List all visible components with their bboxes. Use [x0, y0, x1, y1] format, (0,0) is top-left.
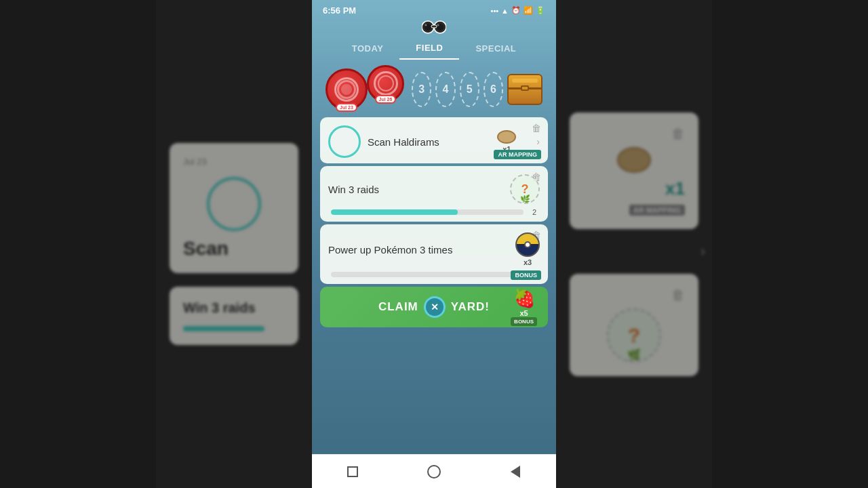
powerup-bar-bg	[331, 272, 524, 277]
stamp-2-inner	[378, 75, 394, 92]
ar-mapping-icon	[497, 130, 516, 144]
left-bar	[183, 326, 264, 331]
stamp-1-center	[341, 84, 352, 95]
claim-card[interactable]: CLAIM ✕ YARD! 🍓 x5 BONUS	[320, 287, 548, 327]
binoculars-icon	[422, 18, 446, 35]
chest-icon	[507, 74, 542, 105]
right-mystery-trash: 🗑	[671, 287, 685, 303]
status-bar: 6:56 PM ••• ▲ ⏰ 📶 🔋	[312, 0, 556, 18]
task-scan-badge: AR MAPPING	[494, 150, 541, 159]
right-panel: 🗑 x1 AR MAPPING › 🗑 ? 🌿	[556, 0, 712, 488]
raspberry-icon: 🍓	[513, 288, 535, 309]
stamp-1-date: Jul 23	[336, 103, 357, 112]
tab-today[interactable]: TODAY	[336, 38, 400, 59]
stamps-row: Jul 23 Jul 26 3 4 5 6	[312, 65, 556, 117]
binoculars-area	[312, 18, 556, 37]
raids-bar-bg	[331, 209, 524, 215]
slot-5: 5	[460, 72, 479, 107]
task-raids-progress: 2	[328, 208, 540, 216]
left-date-label: Jul 23	[183, 157, 285, 167]
right-chevron-area: ›	[701, 243, 705, 260]
nav-home-button[interactable]	[426, 464, 442, 480]
stamp-1-inner	[337, 80, 356, 99]
phone-screen: 6:56 PM ••• ▲ ⏰ 📶 🔋 TODAY FIELD SPECIAL	[312, 0, 556, 488]
right-mystery-container: ? 🌿	[607, 308, 661, 363]
right-mystery-circle: ? 🌿	[607, 308, 661, 363]
task-scan-chevron[interactable]: ›	[536, 136, 540, 147]
chest-latch	[521, 85, 529, 91]
task-powerup-top: Power up Pokémon 3 times x3	[328, 232, 540, 266]
task-scan-icon	[328, 125, 361, 158]
chest-container	[507, 74, 542, 105]
task-powerup-count: x3	[524, 258, 532, 266]
svg-point-2	[425, 24, 427, 26]
task-powerup-reward: x3	[515, 232, 540, 266]
tab-field[interactable]: FIELD	[399, 37, 459, 60]
left-circle-decoration	[207, 177, 261, 231]
svg-point-5	[437, 24, 439, 26]
right-ar-count: x1	[665, 178, 685, 199]
raids-count: 2	[529, 208, 540, 216]
square-icon	[347, 466, 358, 477]
mystery-circle: ? 🌿	[510, 174, 540, 204]
task-powerup-progress: 0	[328, 270, 540, 279]
task-powerup-name: Power up Pokémon 3 times	[328, 244, 509, 256]
slot-3: 3	[412, 72, 431, 107]
raspberry-count: x5	[519, 309, 528, 317]
left-win-text: Win 3 raids	[183, 300, 285, 316]
status-time: 6:56 PM	[323, 5, 356, 16]
raspberry-reward: 🍓 x5 BONUS	[511, 288, 537, 326]
chest-highlight	[512, 79, 538, 83]
circle-icon	[427, 465, 441, 479]
right-chevron-icon: ›	[701, 243, 705, 260]
signal-dots: •••	[491, 7, 499, 15]
task-powerup-badge: BONUS	[511, 270, 541, 280]
right-mystery-card: 🗑 ? 🌿	[570, 274, 698, 376]
claim-label-right: YARD!	[451, 300, 490, 314]
battery-icon: 🔋	[536, 6, 545, 15]
slot-4: 4	[435, 72, 455, 107]
pokeball-reward-icon	[515, 232, 540, 257]
question-mark: ?	[521, 182, 529, 197]
nav-square-button[interactable]	[344, 464, 361, 480]
task-scan-delete[interactable]: 🗑	[532, 123, 541, 134]
task-scan-name: Scan Haldirams	[368, 136, 490, 148]
mystery-reward: ? 🌿	[510, 174, 540, 204]
alarm-icon: ⏰	[511, 6, 521, 15]
tab-special[interactable]: SPECIAL	[459, 38, 532, 59]
raids-bar-fill	[331, 209, 458, 215]
tasks-list: 🗑 Scan Haldirams x1 › AR MAPPING 🗑 Win 3…	[312, 117, 556, 454]
svg-rect-6	[431, 25, 437, 28]
triangle-back-icon	[511, 466, 520, 478]
right-ar-card: 🗑 x1 AR MAPPING	[570, 113, 698, 229]
left-card-1: Jul 23 Scan	[170, 143, 298, 273]
pokeball-center	[524, 241, 531, 248]
right-question-icon: ?	[628, 324, 640, 347]
nav-back-button[interactable]	[507, 464, 524, 480]
bottom-nav	[312, 454, 556, 488]
right-grass-icon: 🌿	[627, 348, 641, 361]
stamp-1-group: Jul 23	[326, 68, 368, 110]
right-ar-label: AR MAPPING	[629, 205, 685, 216]
task-raids: 🗑 Win 3 raids ? 🌿 2	[320, 166, 548, 222]
left-panel: Jul 23 Scan Win 3 raids	[156, 0, 312, 488]
right-ar-icon	[617, 147, 651, 173]
task-powerup: 🗑 Power up Pokémon 3 times x3 0 BONUS	[320, 224, 548, 284]
task-raids-top: Win 3 raids ? 🌿	[328, 174, 540, 204]
tabs-row: TODAY FIELD SPECIAL	[312, 37, 556, 65]
status-icons: ••• ▲ ⏰ 📶 🔋	[491, 6, 545, 15]
slot-6: 6	[484, 72, 503, 107]
left-card-2: Win 3 raids	[170, 287, 298, 345]
stamp-2-group: Jul 26	[367, 72, 404, 102]
left-card-scan-text: Scan	[183, 238, 285, 260]
claim-x-button[interactable]: ✕	[424, 296, 446, 318]
claim-label-left: CLAIM	[378, 300, 418, 314]
right-trash-icon: 🗑	[671, 126, 685, 142]
signal-arrow: ▲	[501, 7, 509, 15]
stamp-2-date: Jul 26	[375, 95, 397, 104]
sim-icon: 📶	[524, 6, 533, 15]
task-scan: 🗑 Scan Haldirams x1 › AR MAPPING	[320, 117, 548, 163]
claim-bonus-badge: BONUS	[511, 317, 537, 326]
task-raids-name: Win 3 raids	[328, 184, 503, 195]
